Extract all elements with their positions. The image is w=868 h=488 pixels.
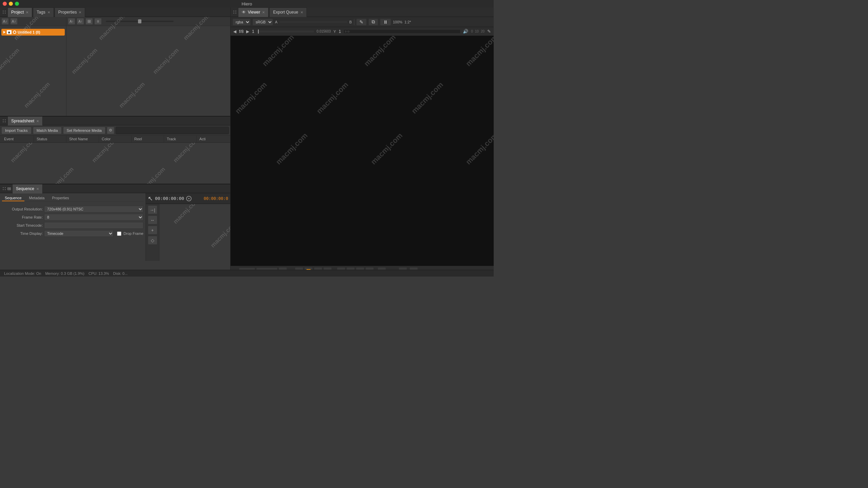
- bin-item-untitled[interactable]: ▣ Untitled 1 (0): [1, 29, 65, 36]
- zoom-slider[interactable]: [106, 21, 174, 22]
- tick: [349, 31, 350, 32]
- watermark: macmj.com: [172, 143, 201, 164]
- spreadsheet-settings-button[interactable]: ⚙: [107, 127, 114, 134]
- seq-tab-sequence[interactable]: Sequence: [2, 195, 24, 201]
- sort-secondary-button[interactable]: A↑: [10, 18, 18, 25]
- tool-zoom-fit[interactable]: ↔: [148, 216, 157, 224]
- sort-secondary-bin-button[interactable]: A↑: [77, 18, 84, 25]
- viewer-forward-button[interactable]: ▶: [246, 29, 249, 34]
- close-button[interactable]: [3, 2, 7, 6]
- channel-slider[interactable]: [279, 21, 347, 23]
- timecode-target-icon[interactable]: [186, 196, 192, 201]
- timeline-header: ↖ 00:00:00:00 00:00:00:0: [146, 193, 230, 204]
- list-view-button[interactable]: ≡: [94, 18, 102, 25]
- viewer-aperture-bar: ◀ f/8 ▶ 1 0.015603 Y 1 🔊: [231, 27, 494, 36]
- tool-zoom-out[interactable]: ◇: [148, 236, 157, 245]
- status-memory: Memory: 0.3 GB (1.9%): [45, 271, 84, 276]
- timeline-track-area: macmj.com macmj.com macmj.com: [159, 204, 230, 261]
- output-resolution-dropdown[interactable]: 720x486 (0.91) NTSC: [44, 206, 143, 212]
- bin-empty-area: [66, 26, 230, 116]
- tab-tags[interactable]: Tags ✕: [33, 7, 54, 17]
- main-container: Project ✕ Tags ✕ Properties ✕: [0, 7, 494, 277]
- sequence-properties: Sequence Metadata Properties Output Reso…: [0, 193, 146, 261]
- timecode-display: 00:00:00:00: [155, 196, 184, 201]
- viewer-draw-tool[interactable]: ✎: [356, 19, 367, 25]
- tool-zoom-in[interactable]: +: [148, 226, 157, 235]
- watermark-overlay-seq: macmj.com macmj.com macmj.com: [159, 204, 230, 261]
- tab-properties[interactable]: Properties ✕: [55, 7, 85, 17]
- close-spreadsheet-tab[interactable]: ✕: [36, 119, 39, 123]
- close-project-tab[interactable]: ✕: [26, 11, 28, 14]
- prop-output-resolution: Output Resolution: 720x486 (0.91) NTSC: [2, 206, 143, 212]
- tab-project[interactable]: Project ✕: [7, 7, 32, 17]
- lut-select[interactable]: sRGB: [253, 19, 273, 25]
- seq-tab-metadata[interactable]: Metadata: [26, 195, 47, 201]
- frame-scrubber[interactable]: [257, 30, 314, 33]
- viewer-pause-button[interactable]: ⏸: [380, 19, 391, 25]
- viewer-copy-tool[interactable]: ⧉: [369, 19, 378, 25]
- timeline-tools: →| ↔ + ◇: [146, 204, 159, 261]
- sort-alpha-bin-button[interactable]: A↑: [68, 18, 75, 25]
- bin-content-toolbar: A↑ A↑ ⊞ ≡: [66, 17, 230, 26]
- maximize-button[interactable]: [15, 2, 19, 6]
- frame-rate-dropdown[interactable]: 8: [44, 214, 143, 221]
- volume-icon[interactable]: 🔊: [463, 29, 468, 34]
- bin-toolbar: A↑ A↑: [0, 17, 66, 26]
- titlebar: Hiero: [0, 0, 494, 7]
- import-tracks-button[interactable]: Import Tracks: [1, 127, 32, 134]
- watermark: macmj.com: [9, 143, 38, 164]
- tab-export-queue[interactable]: Export Queue ✕: [269, 7, 307, 17]
- expand-triangle: [3, 31, 5, 34]
- col-reel: Reel: [132, 136, 164, 142]
- tick-numbers: 0 10 20: [471, 29, 485, 33]
- start-timecode-value[interactable]: [44, 222, 143, 229]
- viewer-edit-icon[interactable]: ✎: [487, 29, 491, 34]
- time-display-dropdown[interactable]: Timecode: [44, 230, 114, 237]
- watermark-overlay-ss: macmj.com macmj.com macmj.com macmj.com …: [0, 143, 230, 184]
- seq-grip: [1, 187, 7, 190]
- grid-view-button[interactable]: ⊞: [85, 18, 93, 25]
- time-display-label: Time Display:: [2, 231, 43, 236]
- seq-grip-icon: [3, 187, 6, 190]
- tab-viewer[interactable]: 👁 Viewer ✕: [238, 7, 269, 17]
- cursor-tool-icon[interactable]: ↖: [148, 195, 153, 202]
- col-status: Status: [34, 136, 66, 142]
- watermark: macmj.com: [172, 204, 201, 225]
- sequence-content: Sequence Metadata Properties Output Reso…: [0, 193, 230, 261]
- watermark: macmj.com: [234, 80, 269, 116]
- close-properties-tab[interactable]: ✕: [79, 11, 81, 14]
- zoom-percent: 100%: [393, 20, 402, 24]
- project-section: Project ✕ Tags ✕ Properties ✕: [0, 7, 230, 116]
- close-tags-tab[interactable]: ✕: [47, 11, 50, 14]
- tab-sequence[interactable]: Sequence ✕: [12, 184, 43, 194]
- seq-tab-properties[interactable]: Properties: [49, 195, 72, 201]
- tool-arrow-right[interactable]: →|: [148, 205, 157, 214]
- minimize-button[interactable]: [9, 2, 13, 6]
- sequence-icon: [7, 187, 11, 190]
- close-sequence-tab[interactable]: ✕: [36, 187, 39, 191]
- panel-grip: [1, 11, 7, 14]
- close-viewer-tab[interactable]: ✕: [262, 11, 265, 14]
- channel-b-label: B: [349, 20, 352, 24]
- sort-alpha-button[interactable]: A↑: [1, 18, 9, 25]
- set-reference-media-button[interactable]: Set Reference Media: [63, 127, 105, 134]
- y-label: Y: [334, 29, 336, 34]
- app-title: Hiero: [241, 1, 252, 6]
- status-localization: Localization Mode: On: [4, 271, 41, 276]
- close-export-queue-tab[interactable]: ✕: [300, 11, 303, 14]
- project-content: A↑ A↑ ▣: [0, 17, 230, 116]
- viewer-tab-label: Viewer: [248, 10, 260, 15]
- watermark: macmj.com: [274, 131, 310, 166]
- spreadsheet-search-input[interactable]: [116, 127, 229, 134]
- color-space-select[interactable]: rgba: [233, 19, 251, 25]
- watermark: macmj.com: [464, 131, 494, 166]
- tab-spreadsheet[interactable]: Spreadsheet ✕: [7, 116, 43, 126]
- bin-content: A↑ A↑ ⊞ ≡: [66, 17, 230, 116]
- match-media-button[interactable]: Match Media: [33, 127, 62, 134]
- drop-frame-checkbox[interactable]: [117, 231, 121, 236]
- toolbar-separator: [354, 19, 354, 25]
- zoom-slider-handle[interactable]: [138, 19, 141, 23]
- frame-rate-label: Frame Rate:: [2, 215, 43, 219]
- bin-color-dot: [13, 30, 16, 34]
- viewer-back-button[interactable]: ◀: [233, 29, 236, 34]
